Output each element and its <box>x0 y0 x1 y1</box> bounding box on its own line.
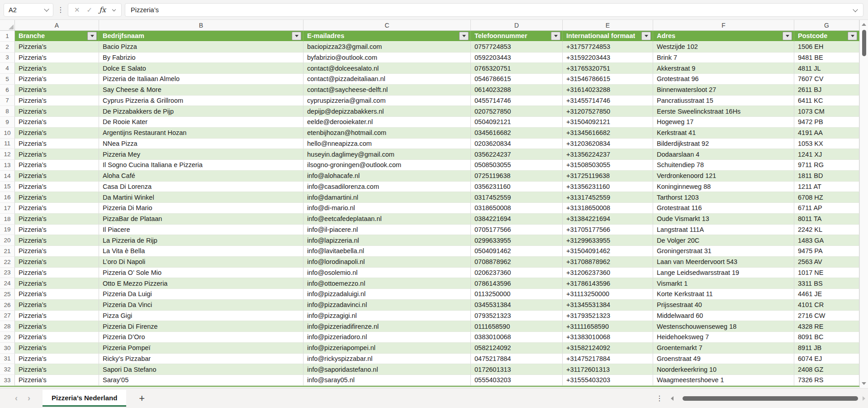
cell-G16[interactable]: 6708 HZ <box>794 192 859 203</box>
cell-C2[interactable]: baciopizza23@gmail.com <box>304 42 471 53</box>
cell-D14[interactable]: 0725119638 <box>471 171 563 182</box>
row-header-27[interactable]: 27 <box>0 311 15 322</box>
cell-B8[interactable]: De Pizzabakkers de Pijp <box>99 106 304 117</box>
cell-F7[interactable]: Pancratiusstraat 15 <box>653 96 794 106</box>
previous-sheet-icon[interactable]: ‹ <box>10 394 23 403</box>
cell-G13[interactable]: 9711 RG <box>794 160 859 171</box>
cell-D5[interactable]: 0546786615 <box>471 74 563 85</box>
row-header-8[interactable]: 8 <box>0 106 15 117</box>
scroll-right-icon[interactable] <box>863 396 865 401</box>
cell-G22[interactable]: 2563 AV <box>794 257 859 268</box>
cell-B12[interactable]: Pizzeria Mey <box>99 149 304 160</box>
cell-G7[interactable]: 6411 KC <box>794 96 859 106</box>
cell-D27[interactable]: 0793521323 <box>471 311 563 322</box>
cell-G23[interactable]: 1017 NE <box>794 268 859 278</box>
add-sheet-button[interactable]: + <box>139 393 145 404</box>
cell-E30[interactable]: +31582124092 <box>563 343 653 354</box>
cell-B23[interactable]: Pizzeria O’ Sole Mio <box>99 268 304 278</box>
cell-E27[interactable]: +31793521323 <box>563 311 653 322</box>
cell-B32[interactable]: Sapori Da Stefano <box>99 364 304 375</box>
cell-E21[interactable]: +31504091462 <box>563 246 653 257</box>
cell-C21[interactable]: info@lavitaebella.nl <box>304 246 471 257</box>
scroll-left-icon[interactable] <box>671 396 674 401</box>
select-all-corner[interactable] <box>0 20 15 30</box>
cell-C20[interactable]: info@lapizzeria.nl <box>304 235 471 246</box>
cell-E24[interactable]: +31786143596 <box>563 278 653 289</box>
cell-E17[interactable]: +31318650008 <box>563 203 653 214</box>
cell-C33[interactable]: info@saray05.nl <box>304 375 471 386</box>
row-header-24[interactable]: 24 <box>0 278 15 289</box>
cell-G19[interactable]: 2242 KL <box>794 225 859 235</box>
header-cell-C1[interactable]: E-mailadres <box>304 31 471 42</box>
cell-F17[interactable]: Grotestraat 116 <box>653 203 794 214</box>
cell-G17[interactable]: 6711 AP <box>794 203 859 214</box>
cell-B21[interactable]: La Vita è Bella <box>99 246 304 257</box>
cell-B24[interactable]: Otto E Mezzo Pizzeria <box>99 278 304 289</box>
column-header-G[interactable]: G <box>794 20 859 30</box>
cell-A6[interactable]: Pizzeria’s <box>15 85 99 96</box>
cell-E2[interactable]: +31757724853 <box>563 42 653 53</box>
formula-input[interactable]: Pizzeria’s <box>125 3 863 17</box>
cell-C19[interactable]: info@il-piacere.nl <box>304 225 471 235</box>
cell-C6[interactable]: contact@saycheese-delft.nl <box>304 85 471 96</box>
row-header-22[interactable]: 22 <box>0 257 15 268</box>
cell-F31[interactable]: Groenstraat 49 <box>653 354 794 365</box>
cell-A28[interactable]: Pizzeria’s <box>15 321 99 332</box>
cell-G21[interactable]: 9475 PA <box>794 246 859 257</box>
confirm-icon[interactable]: ✓ <box>87 6 93 14</box>
cell-G11[interactable]: 1053 KX <box>794 139 859 149</box>
cell-G31[interactable]: 6074 EJ <box>794 354 859 365</box>
cell-A26[interactable]: Pizzeria’s <box>15 300 99 311</box>
cell-E28[interactable]: +31111658590 <box>563 321 653 332</box>
column-header-E[interactable]: E <box>563 20 653 30</box>
cell-C11[interactable]: hello@nneapizza.com <box>304 139 471 149</box>
kebab-icon[interactable]: ⋮ <box>655 394 664 403</box>
cell-D16[interactable]: 0317452559 <box>471 192 563 203</box>
cell-C30[interactable]: info@pizzeriapompei.nl <box>304 343 471 354</box>
cell-E3[interactable]: +31592203443 <box>563 53 653 63</box>
row-header-14[interactable]: 14 <box>0 171 15 182</box>
cell-A31[interactable]: Pizzeria’s <box>15 354 99 365</box>
cell-D6[interactable]: 0614023288 <box>471 85 563 96</box>
cell-C5[interactable]: contact@pizzadeitaliaan.nl <box>304 74 471 85</box>
cell-A23[interactable]: Pizzeria’s <box>15 268 99 278</box>
cell-F13[interactable]: Schuitendiep 78 <box>653 160 794 171</box>
cell-B6[interactable]: Say Cheese & More <box>99 85 304 96</box>
cell-F8[interactable]: Eerste Sweelinckstraat 16Hs <box>653 106 794 117</box>
cell-B11[interactable]: NNea Pizza <box>99 139 304 149</box>
cell-D28[interactable]: 0111658590 <box>471 321 563 332</box>
cell-A16[interactable]: Pizzeria’s <box>15 192 99 203</box>
cell-D20[interactable]: 0299633955 <box>471 235 563 246</box>
cell-E8[interactable]: +31207527850 <box>563 106 653 117</box>
cell-E32[interactable]: +31172601313 <box>563 364 653 375</box>
cell-D29[interactable]: 0383010068 <box>471 332 563 343</box>
horizontal-scrollbar-thumb[interactable] <box>683 396 858 401</box>
cell-C27[interactable]: info@pizzagigi.nl <box>304 311 471 322</box>
cell-C22[interactable]: info@lorodinapoli.nl <box>304 257 471 268</box>
cell-G27[interactable]: 2716 CW <box>794 311 859 322</box>
cell-E12[interactable]: +31356224237 <box>563 149 653 160</box>
filter-button-F[interactable] <box>783 32 792 40</box>
cell-C14[interactable]: info@alohacafe.nl <box>304 171 471 182</box>
cell-F32[interactable]: Noorderkeerkring 10 <box>653 364 794 375</box>
cell-G33[interactable]: 7326 RS <box>794 375 859 386</box>
cell-A9[interactable]: Pizzeria’s <box>15 117 99 128</box>
cell-C16[interactable]: info@damartini.nl <box>304 192 471 203</box>
cell-E31[interactable]: +31475217884 <box>563 354 653 365</box>
cell-G3[interactable]: 9481 BE <box>794 53 859 63</box>
cell-G25[interactable]: 4461 JE <box>794 289 859 300</box>
cell-F9[interactable]: Hogeweg 17 <box>653 117 794 128</box>
cell-A33[interactable]: Pizzeria’s <box>15 375 99 386</box>
cell-B19[interactable]: Il Piacere <box>99 225 304 235</box>
cell-A12[interactable]: Pizzeria’s <box>15 149 99 160</box>
cell-E10[interactable]: +31345616682 <box>563 128 653 139</box>
filter-button-A[interactable] <box>87 32 97 40</box>
cell-D4[interactable]: 0765320751 <box>471 63 563 74</box>
cell-A22[interactable]: Pizzeria’s <box>15 257 99 268</box>
cell-G9[interactable]: 9472 PB <box>794 117 859 128</box>
expand-formula-bar-chevron-icon[interactable] <box>853 7 858 12</box>
cell-D33[interactable]: 0555403203 <box>471 375 563 386</box>
row-header-19[interactable]: 19 <box>0 225 15 235</box>
cell-F12[interactable]: Dodaarslaan 4 <box>653 149 794 160</box>
filter-button-G[interactable] <box>848 32 857 40</box>
